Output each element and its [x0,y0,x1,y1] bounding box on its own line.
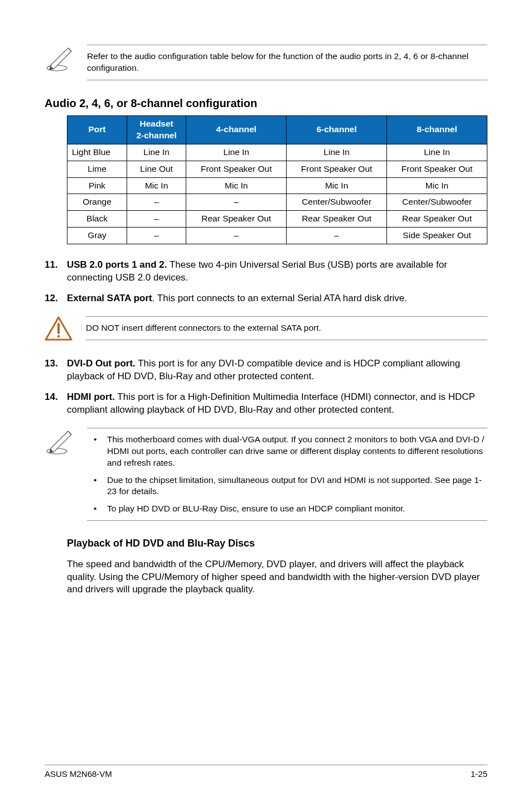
item-number: 12. [45,292,67,305]
cell: Center/Subwoofer [387,194,487,211]
table-row: Light Blue Line In Line In Line In Line … [67,144,487,161]
item-body: DVI-D Out port. This port is for any DVI… [67,357,487,383]
col-6ch: 6-channel [287,115,387,144]
note-bullet-list: This motherboard comes with dual-VGA out… [87,428,487,521]
cell: Mic In [186,177,287,194]
col-headset-l2: 2-channel [130,130,182,142]
table-row: Orange – – Center/Subwoofer Center/Subwo… [67,194,487,211]
list-item: 14. HDMI port. This port is for a High-D… [45,391,487,417]
cell: Front Speaker Out [287,161,387,177]
note-block: Refer to the audio configuration table b… [45,45,487,80]
item-body: USB 2.0 ports 1 and 2. These two 4-pin U… [67,259,487,284]
pencil-icon [45,428,74,456]
cell: Lime [67,161,127,177]
feature-list-1: 11. USB 2.0 ports 1 and 2. These two 4-p… [45,259,487,305]
warning-text-content: DO NOT insert different connectors to th… [86,323,321,332]
cell: Rear Speaker Out [287,211,387,228]
page-footer: ASUS M2N68-VM 1-25 [45,765,487,780]
feature-list-2: 13. DVI-D Out port. This port is for any… [45,357,487,417]
note-text: Refer to the audio configuration table b… [87,45,487,80]
table-row: Pink Mic In Mic In Mic In Mic In [67,177,487,194]
cell: Line In [186,144,287,161]
svg-marker-8 [50,431,71,452]
note-bullet: To play HD DVD or BLU-Ray Disc, ensure t… [87,503,487,515]
audio-config-heading: Audio 2, 4, 6, or 8-channel configuratio… [45,96,487,111]
cell: Light Blue [67,144,127,161]
footer-left: ASUS M2N68-VM [45,769,112,780]
list-item: 12. External SATA port. This port connec… [45,292,487,305]
audio-config-table: Port Headset 2-channel 4-channel 6-chann… [67,115,487,244]
cell: Mic In [387,177,487,194]
note-text-content: Refer to the audio configuration table b… [87,51,468,73]
svg-marker-1 [50,48,71,69]
item-lead: HDMI port. [67,392,115,402]
cell: Rear Speaker Out [186,211,287,228]
cell: Pink [67,177,127,194]
table-row: Black – Rear Speaker Out Rear Speaker Ou… [67,211,487,228]
cell: Front Speaker Out [186,161,287,177]
item-rest: This port is for a High-Definition Multi… [67,392,475,415]
warning-block: DO NOT insert different connectors to th… [45,316,487,342]
cell: Center/Subwoofer [287,194,387,211]
item-number: 13. [45,357,67,383]
cell: Gray [67,228,127,244]
cell: Mic In [127,177,186,194]
warning-icon [45,316,72,342]
cell: – [186,228,287,244]
item-lead: DVI-D Out port. [67,358,136,369]
playback-heading: Playback of HD DVD and Blu-Ray Discs [67,537,487,550]
col-headset: Headset 2-channel [127,115,186,144]
cell: Rear Speaker Out [387,211,487,228]
item-lead: USB 2.0 ports 1 and 2. [67,259,167,270]
cell: Mic In [287,177,387,194]
cell: Line In [287,144,387,161]
warning-text: DO NOT insert different connectors to th… [86,316,487,340]
playback-body: The speed and bandwidth of the CPU/Memor… [67,558,487,597]
item-number: 11. [45,259,67,284]
note-bullet: This motherboard comes with dual-VGA out… [87,434,487,469]
item-rest: . This port connects to an external Seri… [152,293,407,303]
list-item: 11. USB 2.0 ports 1 and 2. These two 4-p… [45,259,487,284]
cell: Front Speaker Out [387,161,487,177]
cell: Line In [127,144,186,161]
cell: – [186,194,287,211]
cell: – [127,228,186,244]
col-8ch: 8-channel [387,115,487,144]
svg-point-6 [57,335,60,338]
item-number: 14. [45,391,67,417]
note-bullet: Due to the chipset limitation, simultane… [87,475,487,498]
cell: Orange [67,194,127,211]
list-item: 13. DVI-D Out port. This port is for any… [45,357,487,383]
note-block: This motherboard comes with dual-VGA out… [45,428,487,521]
cell: – [127,211,186,228]
cell: Line In [387,144,487,161]
cell: Line Out [127,161,186,177]
cell: Black [67,211,127,228]
table-row: Lime Line Out Front Speaker Out Front Sp… [67,161,487,177]
col-headset-l1: Headset [139,119,173,128]
pencil-icon [45,45,74,73]
cell: – [287,228,387,244]
table-row: Gray – – – Side Speaker Out [67,228,487,244]
col-port: Port [67,115,127,144]
item-body: External SATA port. This port connects t… [67,292,487,305]
item-body: HDMI port. This port is for a High-Defin… [67,391,487,417]
cell: – [127,194,186,211]
item-lead: External SATA port [67,293,152,303]
footer-right: 1-25 [471,769,487,780]
col-4ch: 4-channel [186,115,287,144]
cell: Side Speaker Out [387,228,487,244]
